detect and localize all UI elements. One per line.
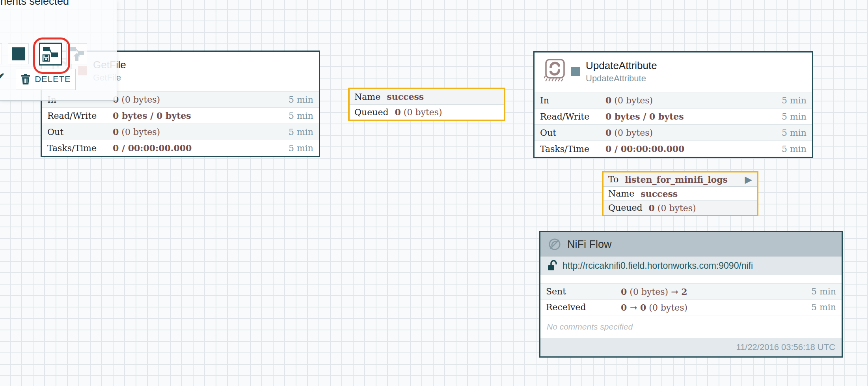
connection-queued-row: Queued 0 (0 bytes) [350,104,504,120]
create-template-icon [42,45,59,63]
processor-updateattribute-header: UpdateAttribute UpdateAttribute [535,52,812,92]
rpg-header: NiFi Flow [540,232,842,257]
stop-square-icon [12,47,25,60]
rpg-url-row: http://rcicaknifi0.field.hortonworks.com… [540,257,842,275]
connection-label-to-remote[interactable]: To listen_for_minifi_logs ▶ Name success… [602,171,758,216]
stat-row-tasks: Tasks/Time 0 / 00:00:00.000 5 min [42,140,319,156]
nifi-canvas[interactable]: GetFile GetFile In 0 (0 bytes) 5 min Rea… [0,0,868,386]
processor-updateattribute[interactable]: UpdateAttribute UpdateAttribute In 0 (0 … [533,51,813,158]
go-to-destination-icon[interactable]: ▶ [745,175,752,184]
rpg-sent-row: Sent 0 (0 bytes) → 2 5 min [540,283,842,299]
create-template-button[interactable] [39,43,62,66]
upload-template-button-disabled[interactable] [66,43,87,64]
upload-template-icon [68,45,86,63]
stat-row-in: In 0 (0 bytes) 5 min [535,92,812,108]
connection-name-row: Name success [604,186,757,200]
operate-palette-overlay: onents selected ✔ [0,0,117,101]
stat-row-out: Out 0 (0 bytes) 5 min [535,124,812,141]
stopped-state-icon [571,67,580,76]
rpg-comments: No comments specified [540,315,842,338]
processor-stamp-icon [544,58,565,83]
remote-process-group-icon [548,237,562,251]
remote-process-group-nifi-flow[interactable]: NiFi Flow http://rcicaknifi0.field.horto… [539,231,843,358]
rpg-title: NiFi Flow [567,238,612,251]
connection-to-row: To listen_for_minifi_logs ▶ [604,172,757,186]
unlocked-padlock-icon [548,260,557,271]
stop-button[interactable] [8,43,29,64]
rpg-spacer [540,275,842,283]
trash-icon [20,74,31,85]
rpg-received-row: Received 0 → 0 (0 bytes) 5 min [540,299,842,315]
stat-row-readwrite: Read/Write 0 bytes / 0 bytes 5 min [535,108,812,124]
rpg-last-refreshed: 11/22/2016 03:56:18 UTC [540,338,842,356]
enable-check-icon[interactable]: ✔ [0,69,6,86]
selection-status-text: onents selected [0,0,69,7]
stat-row-readwrite: Read/Write 0 bytes / 0 bytes 5 min [42,107,319,124]
delete-button-label: DELETE [35,74,71,84]
connection-name-row: Name success [350,89,504,104]
connection-queued-row: Queued 0 (0 bytes) [604,200,757,215]
rpg-target-url[interactable]: http://rcicaknifi0.field.hortonworks.com… [563,260,753,271]
stat-row-out: Out 0 (0 bytes) 5 min [42,124,319,140]
connection-label-success[interactable]: Name success Queued 0 (0 bytes) [348,88,505,121]
processor-type: UpdateAttribute [586,73,646,84]
delete-button[interactable]: DELETE [16,69,76,90]
processor-title: UpdateAttribute [586,60,657,72]
stat-row-tasks: Tasks/Time 0 / 00:00:00.000 5 min [535,141,812,157]
palette-button-partial[interactable] [0,43,2,64]
